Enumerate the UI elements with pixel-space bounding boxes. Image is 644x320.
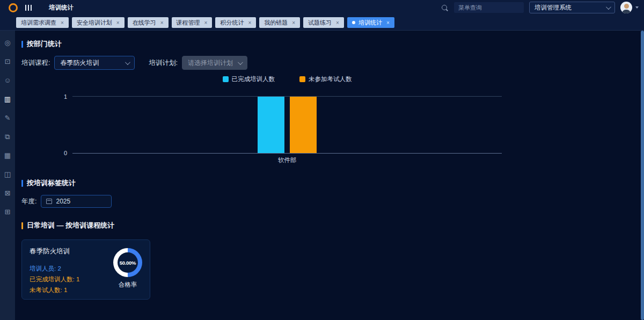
tab-item[interactable]: 在线学习× <box>128 17 169 28</box>
calendar-icon <box>46 199 52 204</box>
stat-row: 未考试人数: 1 <box>30 285 79 295</box>
y-axis-tick-label: 0 <box>64 150 67 156</box>
library-icon[interactable]: ▥ <box>4 95 12 103</box>
tab-item[interactable]: 我的错题× <box>259 17 300 28</box>
dept-bar-chart: 已完成培训人数未参加考试人数 01 软件部 <box>72 75 502 163</box>
close-icon[interactable]: × <box>160 20 164 26</box>
course-select-value: 春季防火培训 <box>60 59 99 68</box>
legend-label: 已完成培训人数 <box>232 75 275 83</box>
pass-rate-label: 合格率 <box>119 281 137 289</box>
bar-未参加考试人数 <box>290 97 317 153</box>
section-daily-title-text: 日常培训 — 按培训课程统计 <box>27 221 114 230</box>
stat-row: 培训人员: 2 <box>30 263 79 274</box>
edit-icon[interactable]: ✎ <box>4 114 12 122</box>
chart-plot-area: 01 <box>72 96 502 154</box>
avatar[interactable] <box>620 2 632 13</box>
export-icon[interactable]: ⊞ <box>4 208 12 216</box>
tab-bar: 培训需求调查×安全培训计划×在线学习×课程管理×积分统计×我的错题×试题练习×培… <box>0 15 644 31</box>
close-icon[interactable]: × <box>204 20 208 26</box>
tab-item[interactable]: 培训需求调查× <box>16 17 69 28</box>
dept-filter-row: 培训课程: 春季防火培训 培训计划: 请选择培训计划 <box>21 56 633 70</box>
image-icon[interactable]: ⊠ <box>4 189 12 197</box>
close-icon[interactable]: × <box>61 20 64 26</box>
section-accent-bar-orange <box>21 222 23 229</box>
tab-label: 培训需求调查 <box>21 19 56 27</box>
legend-label: 未参加考试人数 <box>309 75 352 83</box>
year-filter-row: 年度: 2025 <box>21 195 633 208</box>
pass-rate-donut-chart: 50.00% <box>113 248 142 277</box>
chevron-down-icon <box>606 4 611 10</box>
year-picker-value: 2025 <box>56 198 70 205</box>
legend-swatch <box>299 76 305 82</box>
tab-item[interactable]: 课程管理× <box>172 17 213 28</box>
bar-已完成培训人数 <box>258 97 284 153</box>
x-axis-category-label: 软件部 <box>278 156 297 164</box>
copy-icon[interactable]: ⧉ <box>4 133 12 141</box>
close-icon[interactable]: × <box>116 20 120 26</box>
card-donut-block: 50.00% 合格率 <box>113 247 142 292</box>
card-title: 春季防火培训 <box>30 247 79 256</box>
tab-label: 我的错题 <box>264 19 288 27</box>
system-select-value: 培训管理系统 <box>535 4 572 12</box>
plan-select-placeholder: 请选择培训计划 <box>188 59 233 68</box>
close-icon[interactable]: × <box>336 20 339 26</box>
chart-legend: 已完成培训人数未参加考试人数 <box>72 75 502 83</box>
app-logo <box>9 3 18 12</box>
tab-label: 在线学习 <box>133 19 156 27</box>
avatar-caret-icon[interactable] <box>635 6 639 9</box>
bar-group <box>258 97 317 153</box>
legend-swatch <box>223 76 229 82</box>
year-picker[interactable]: 2025 <box>41 195 112 208</box>
search-icon <box>442 5 448 11</box>
card-stat-rows: 培训人员: 2已完成培训人数: 1未考试人数: 1 <box>30 263 79 295</box>
card-stats: 春季防火培训 培训人员: 2已完成培训人数: 1未考试人数: 1 <box>30 247 79 292</box>
course-select-label: 培训课程: <box>21 59 50 68</box>
course-stat-card[interactable]: 春季防火培训 培训人员: 2已完成培训人数: 1未考试人数: 1 50.00% … <box>21 239 150 300</box>
tab-label: 培训统计 <box>358 19 382 27</box>
monitor-icon[interactable]: ⊡ <box>4 57 12 66</box>
sidebar: ◎⊡☺▥✎⧉▦◫⊠⊞ <box>0 31 15 320</box>
tab-item[interactable]: 积分统计× <box>215 17 256 28</box>
section-dept-title-text: 按部门统计 <box>27 39 62 49</box>
system-select[interactable]: 培训管理系统 <box>529 2 615 13</box>
close-icon[interactable]: × <box>292 20 295 26</box>
menu-collapse-icon[interactable] <box>25 5 32 11</box>
vertical-scrollbar[interactable] <box>641 31 644 320</box>
pass-rate-percent: 50.00% <box>118 252 138 273</box>
tab-item[interactable]: 安全培训计划× <box>72 17 125 28</box>
page-title: 培训统计 <box>49 4 74 12</box>
y-axis-tick-label: 1 <box>64 94 67 100</box>
section-dept-title: 按部门统计 <box>21 39 633 49</box>
tab-label: 试题练习 <box>308 19 332 27</box>
plan-select-label: 培训计划: <box>149 59 177 68</box>
section-tag-title-text: 按培训标签统计 <box>27 178 76 188</box>
year-label: 年度: <box>21 197 36 206</box>
chart-board-icon[interactable]: ◫ <box>4 170 12 178</box>
legend-item[interactable]: 已完成培训人数 <box>223 75 275 83</box>
app-header: 培训统计 培训管理系统 <box>0 0 644 15</box>
active-dot-icon <box>352 21 355 24</box>
plan-select[interactable]: 请选择培训计划 <box>182 56 247 70</box>
tab-label: 课程管理 <box>177 19 200 27</box>
tab-item[interactable]: 试题练习× <box>303 17 344 28</box>
main-content: 按部门统计 培训课程: 春季防火培训 培训计划: 请选择培训计划 已完成培训人数… <box>15 31 641 320</box>
close-icon[interactable]: × <box>248 20 251 26</box>
section-daily-title: 日常培训 — 按培训课程统计 <box>21 221 633 230</box>
chart-x-axis-labels: 软件部 <box>72 154 502 163</box>
stat-row: 已完成培训人数: 1 <box>30 274 79 285</box>
section-accent-bar <box>21 41 23 48</box>
calendar-icon[interactable]: ▦ <box>4 151 12 159</box>
section-accent-bar <box>21 180 23 187</box>
section-tag-title: 按培训标签统计 <box>21 178 633 188</box>
legend-item[interactable]: 未参加考试人数 <box>299 75 352 83</box>
chevron-down-icon <box>125 60 130 65</box>
tab-active[interactable]: 培训统计× <box>347 17 394 28</box>
close-icon[interactable]: × <box>386 20 390 26</box>
course-select[interactable]: 春季防火培训 <box>54 56 135 70</box>
tab-label: 安全培训计划 <box>77 19 112 27</box>
dashboard-icon[interactable]: ◎ <box>4 39 12 47</box>
user-icon[interactable]: ☺ <box>4 76 12 84</box>
tab-label: 积分统计 <box>220 19 244 27</box>
chevron-down-icon <box>238 60 243 65</box>
menu-search-input[interactable] <box>454 2 524 13</box>
